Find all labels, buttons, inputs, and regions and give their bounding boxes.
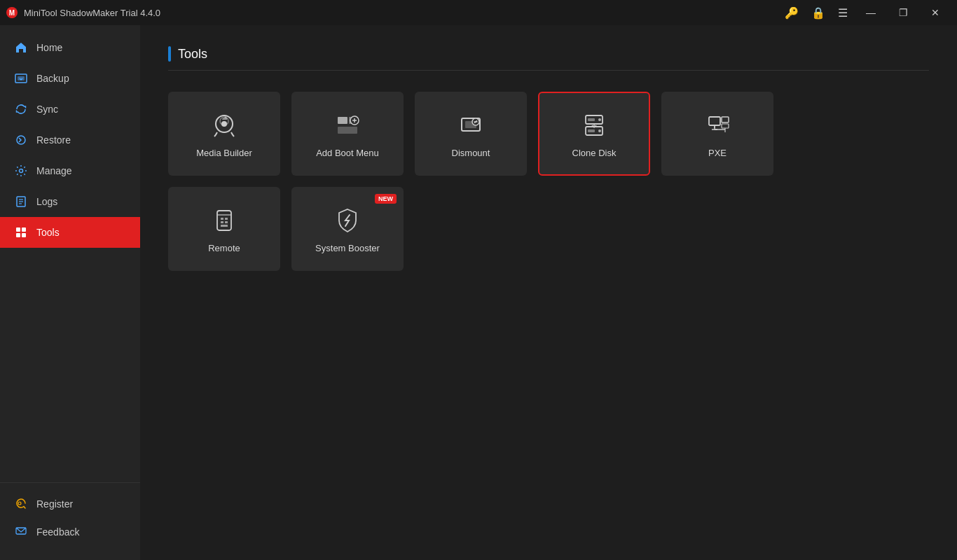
svg-text:M: M <box>9 9 15 17</box>
sidebar-item-home-label: Home <box>36 42 62 53</box>
tool-card-system-booster-label: System Booster <box>315 243 380 253</box>
svg-point-5 <box>20 169 23 173</box>
title-bar-icons: 🔑 🔒 ☰ <box>785 6 848 20</box>
sidebar-item-register[interactable]: Register <box>0 490 140 518</box>
svg-point-17 <box>221 121 227 127</box>
tool-card-pxe[interactable]: PXE <box>661 92 773 176</box>
svg-rect-39 <box>722 124 729 128</box>
sidebar-item-backup-label: Backup <box>36 73 69 84</box>
pxe-icon <box>702 110 733 141</box>
title-bar-left: M MiniTool ShadowMaker Trial 4.4.0 <box>6 6 160 19</box>
svg-rect-12 <box>16 233 20 237</box>
sidebar: Home Backup <box>0 25 140 560</box>
close-button[interactable]: ✕ <box>919 0 951 25</box>
page-title: Tools <box>178 47 207 62</box>
sidebar-item-restore-label: Restore <box>36 134 71 146</box>
sidebar-item-feedback-label: Feedback <box>36 526 79 538</box>
minimize-button[interactable]: — <box>855 0 887 25</box>
svg-point-35 <box>598 130 601 132</box>
page-header: Tools <box>168 46 929 71</box>
svg-rect-38 <box>722 117 729 122</box>
sidebar-nav: Home Backup <box>0 25 140 482</box>
sidebar-item-tools-label: Tools <box>36 227 60 238</box>
backup-icon <box>14 71 28 85</box>
svg-rect-19 <box>338 117 347 124</box>
sidebar-item-manage-label: Manage <box>36 165 72 176</box>
feedback-icon <box>14 525 28 539</box>
svg-point-14 <box>18 502 21 505</box>
svg-rect-45 <box>217 211 231 230</box>
sidebar-item-backup[interactable]: Backup <box>0 63 140 94</box>
tools-grid: Media Builder Add Boot Menu <box>168 92 929 271</box>
lock-icon[interactable]: 🔒 <box>811 6 825 20</box>
app-logo-icon: M <box>6 6 18 19</box>
sidebar-item-sync[interactable]: Sync <box>0 94 140 125</box>
menu-icon[interactable]: ☰ <box>838 6 848 20</box>
sidebar-item-feedback[interactable]: Feedback <box>0 518 140 546</box>
svg-rect-10 <box>16 227 20 232</box>
system-booster-icon <box>332 205 363 236</box>
svg-rect-47 <box>221 218 223 220</box>
home-icon <box>14 41 28 55</box>
new-badge: NEW <box>375 194 397 204</box>
tool-card-media-builder[interactable]: Media Builder <box>168 92 280 176</box>
clone-disk-icon <box>579 110 610 141</box>
register-icon <box>14 497 28 511</box>
sidebar-item-home[interactable]: Home <box>0 32 140 63</box>
svg-rect-49 <box>221 221 223 223</box>
sidebar-item-sync-label: Sync <box>36 104 58 115</box>
manage-icon <box>14 164 28 178</box>
tool-card-remote[interactable]: Remote <box>168 187 280 271</box>
tool-card-clone-disk[interactable]: Clone Disk <box>538 92 650 176</box>
svg-rect-50 <box>225 221 228 223</box>
svg-rect-21 <box>338 127 357 134</box>
restore-button[interactable]: ❐ <box>887 0 919 25</box>
content-area: Tools Media Builder <box>140 25 957 560</box>
tools-icon <box>14 225 28 239</box>
title-bar: M MiniTool ShadowMaker Trial 4.4.0 🔑 🔒 ☰… <box>0 0 957 25</box>
sidebar-item-register-label: Register <box>36 498 73 510</box>
svg-rect-31 <box>588 118 595 121</box>
svg-rect-34 <box>588 130 595 132</box>
tool-card-dismount[interactable]: Dismount <box>415 92 527 176</box>
header-accent <box>168 46 171 62</box>
tool-card-add-boot-menu-label: Add Boot Menu <box>316 148 379 158</box>
key-icon[interactable]: 🔑 <box>785 6 799 20</box>
tool-card-add-boot-menu[interactable]: Add Boot Menu <box>291 92 404 176</box>
svg-point-32 <box>598 118 601 121</box>
svg-rect-37 <box>709 117 720 125</box>
sync-icon <box>14 102 28 116</box>
tool-card-pxe-label: PXE <box>708 148 727 158</box>
tool-card-dismount-label: Dismount <box>452 148 490 158</box>
svg-rect-11 <box>22 227 26 232</box>
add-boot-menu-icon <box>332 110 363 141</box>
logs-icon <box>14 195 28 209</box>
tool-card-clone-disk-label: Clone Disk <box>572 148 617 158</box>
sidebar-item-logs-label: Logs <box>36 196 57 207</box>
sidebar-bottom: Register Feedback <box>0 482 140 560</box>
remote-icon <box>209 205 240 236</box>
app-title: MiniTool ShadowMaker Trial 4.4.0 <box>24 8 160 18</box>
sidebar-item-restore[interactable]: Restore <box>0 125 140 155</box>
svg-rect-48 <box>225 218 228 220</box>
media-builder-icon <box>209 110 240 141</box>
sidebar-item-logs[interactable]: Logs <box>0 186 140 217</box>
restore-icon <box>14 133 28 147</box>
svg-rect-13 <box>22 233 26 237</box>
tool-card-media-builder-label: Media Builder <box>196 148 252 158</box>
dismount-icon <box>455 110 486 141</box>
sidebar-item-manage[interactable]: Manage <box>0 155 140 186</box>
tool-card-remote-label: Remote <box>208 243 240 253</box>
title-bar-right: 🔑 🔒 ☰ — ❐ ✕ <box>785 0 951 25</box>
tool-card-system-booster[interactable]: NEW System Booster <box>291 187 404 271</box>
sidebar-item-tools[interactable]: Tools <box>0 217 140 248</box>
main-layout: Home Backup <box>0 25 957 560</box>
svg-rect-51 <box>221 225 228 227</box>
